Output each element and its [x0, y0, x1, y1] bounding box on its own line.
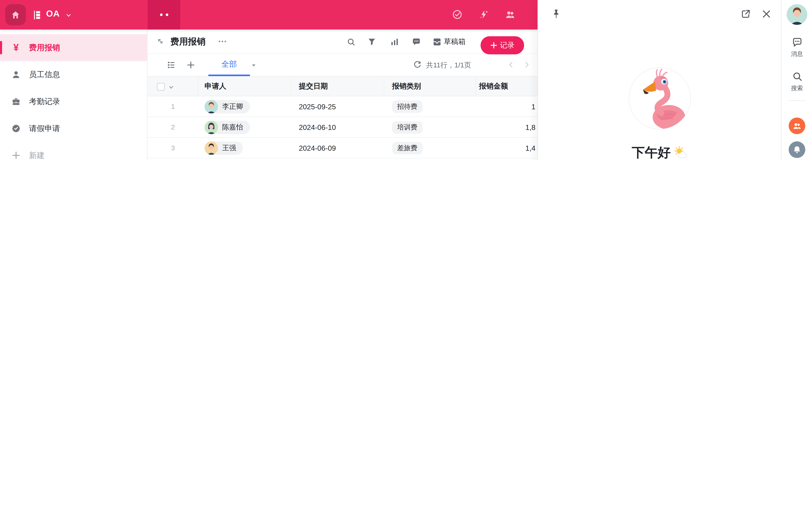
applicant-cell[interactable]: 陈嘉怡 [205, 121, 250, 134]
messages-label[interactable]: 消息 [782, 50, 812, 58]
sidebar-item-label: 员工信息 [29, 70, 60, 79]
assistant-greeting: 下午好 [538, 144, 782, 160]
draftbox-label[interactable]: 草稿箱 [444, 37, 466, 47]
table-body: 1 李正卿 2025-09-25 招待费 1 2 陈嘉怡 2024-06-10 … [148, 96, 538, 160]
more-icon[interactable] [218, 40, 227, 43]
applicant-name: 李正卿 [222, 102, 243, 111]
submit-date-cell[interactable]: 2024-06-10 [299, 117, 336, 138]
window-tabs-more[interactable] [148, 0, 180, 30]
avatar [205, 121, 218, 134]
assistant-avatar [629, 68, 691, 130]
row-number: 2 [148, 117, 199, 138]
table-row[interactable]: 3 王强 2024-06-09 差旅费 1,4 [148, 138, 538, 159]
amount-cell[interactable]: 1,4 [475, 138, 536, 159]
category-badge[interactable]: 培训费 [392, 121, 423, 134]
avatar [205, 100, 218, 113]
sidebar-item-费用报销[interactable]: ¥ 费用报销 [0, 34, 147, 61]
pin-icon[interactable] [551, 8, 562, 20]
search-label[interactable]: 搜索 [782, 85, 812, 92]
prev-page-icon[interactable] [507, 61, 515, 69]
contacts-app-icon[interactable] [789, 118, 805, 134]
sidebar-item-请假申请[interactable]: 请假申请 [0, 115, 147, 142]
amount-cell[interactable]: 3 [475, 159, 536, 160]
table-view: 费用报销 草稿箱 记录 全部 共11行，1/1页 [148, 30, 538, 160]
notifications-app-icon[interactable] [789, 142, 805, 158]
approval-icon[interactable] [452, 9, 463, 20]
sidebar-items: ¥ 费用报销 员工信息 考勤记录 请假申请 新建 [0, 34, 147, 160]
user-avatar[interactable] [787, 4, 808, 25]
sidebar: ¥ 费用报销 员工信息 考勤记录 请假申请 新建 [0, 30, 148, 160]
select-all-checkbox[interactable] [157, 83, 165, 91]
open-in-window-icon[interactable] [740, 8, 751, 20]
applicant-name: 陈嘉怡 [222, 123, 243, 132]
tab-all-views[interactable]: 全部 [208, 54, 250, 76]
members-icon[interactable] [504, 9, 516, 20]
category-badge[interactable]: 差旅费 [392, 142, 423, 155]
amount-cell[interactable]: 1 [475, 96, 536, 117]
badge-check-icon [11, 123, 21, 134]
view-bar: 全部 共11行，1/1页 [148, 54, 538, 76]
table-header: 申请人 提交日期 报销类别 报销金额 [148, 76, 538, 96]
applicant-cell[interactable]: 李正卿 [205, 100, 250, 113]
sidebar-item-员工信息[interactable]: 员工信息 [0, 61, 147, 88]
app-window: 费用报销 草稿箱 记录 全部 共11行，1/1页 [0, 0, 812, 160]
briefcase-icon [11, 96, 21, 107]
add-view-icon[interactable] [186, 60, 196, 70]
row-number: 1 [148, 96, 199, 117]
app-dock: 消息 搜索 14 [781, 0, 812, 160]
row-count-summary: 共11行，1/1页 [426, 61, 471, 70]
submit-date-cell[interactable]: 2025-09-25 [299, 96, 336, 117]
add-record-button[interactable]: 记录 [480, 36, 524, 54]
refresh-icon[interactable] [413, 60, 422, 69]
dock-divider [789, 101, 805, 101]
table-row[interactable]: 1 李正卿 2025-09-25 招待费 1 [148, 96, 538, 117]
workspace-logo-icon[interactable] [32, 9, 43, 20]
row-number: 3 [148, 138, 199, 159]
avatar [205, 142, 218, 155]
sidebar-item-label: 新建 [29, 150, 45, 160]
table-toolbar: 费用报销 草稿箱 记录 [148, 30, 538, 54]
header-chevron-icon[interactable] [168, 85, 174, 90]
chart-icon[interactable] [389, 37, 400, 47]
sidebar-item-label: 请假申请 [29, 123, 60, 133]
automation-magic-icon[interactable] [478, 9, 489, 20]
submit-date-cell[interactable]: 2024-06-09 [299, 138, 336, 159]
column-header: 报销金额 [479, 82, 508, 91]
yen-icon: ¥ [11, 42, 21, 53]
page-title: 费用报销 [170, 36, 206, 47]
next-page-icon[interactable] [522, 61, 531, 69]
person-icon [11, 69, 21, 80]
comment-icon[interactable] [411, 37, 422, 47]
workspace-chevron-icon[interactable] [65, 12, 72, 18]
amount-cell[interactable]: 1,8 [475, 117, 536, 138]
search-icon[interactable] [346, 37, 356, 47]
search-icon[interactable] [791, 71, 803, 82]
close-icon[interactable] [761, 8, 772, 20]
sidebar-item-考勤记录[interactable]: 考勤记录 [0, 88, 147, 115]
caret-down-icon[interactable] [251, 63, 257, 68]
weather-sun-cloud-icon [674, 146, 688, 160]
applicant-cell[interactable]: 王强 [205, 142, 243, 155]
column-header: 报销类别 [392, 82, 421, 91]
plus-icon [490, 42, 497, 48]
column-header: 申请人 [205, 82, 227, 91]
submit-date-cell[interactable]: 2024-06-08 [299, 159, 336, 160]
sidebar-item-新建[interactable]: 新建 [0, 142, 147, 160]
sidebar-item-label: 费用报销 [29, 43, 60, 53]
column-header: 提交日期 [299, 82, 328, 91]
top-bar: OA [0, 0, 538, 30]
workspace-name[interactable]: OA [46, 9, 60, 19]
row-number: 4 [148, 159, 199, 160]
home-button[interactable] [5, 4, 26, 26]
add-record-label: 记录 [500, 41, 514, 50]
assistant-panel: 下午好 我可以帮助您 创建工作表 生成示例数据 创建记录 使用帮助 帮助文档 试… [538, 0, 781, 160]
sidebar-item-label: 考勤记录 [29, 97, 60, 106]
messages-icon[interactable] [791, 36, 803, 48]
category-badge[interactable]: 招待费 [392, 101, 423, 113]
expand-icon[interactable] [156, 37, 165, 46]
table-row[interactable]: 2 陈嘉怡 2024-06-10 培训费 1,8 [148, 117, 538, 138]
filter-icon[interactable] [367, 37, 377, 47]
table-row[interactable]: 4 吴勇 2024-06-08 办公费 3 [148, 159, 538, 160]
view-list-icon[interactable] [166, 60, 176, 70]
draftbox-icon[interactable] [432, 37, 442, 47]
